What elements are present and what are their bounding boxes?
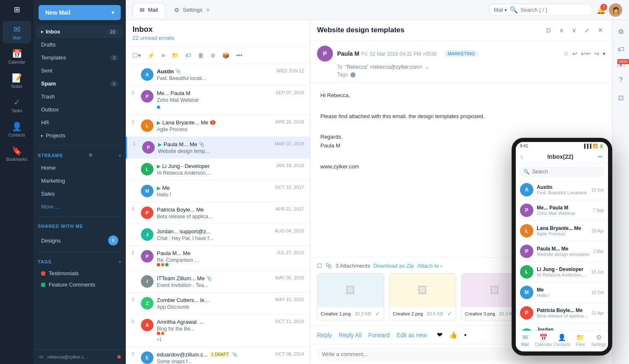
tab-settings[interactable]: ⚙ Settings ✕ [167,3,217,17]
email-list-item[interactable]: M ▶ Me Hello ! OCT 10, 2017 [126,181,310,202]
mobile-nav-settings[interactable]: ⚙ Settings [590,333,608,347]
email-list-item[interactable]: 3 L ▶ Lana Bryante... Me 1 Agile Process… [126,115,310,137]
email-list-item[interactable]: 3 P Patricia Boyle... Me Beta release of… [126,202,310,224]
add-stream-icon[interactable]: + [119,153,122,158]
email-list-item[interactable]: 3 Z Zombie Cutters... le... App Discount… [126,293,310,315]
sidebar-item-contacts[interactable]: 👤 Contacts [3,118,31,141]
add-emoji[interactable]: • [464,331,467,339]
tag-tool[interactable]: 🏷 [184,50,193,60]
edit-as-new-link[interactable]: Edit as new [397,332,427,338]
streams-settings-icon[interactable]: ⚙ [88,152,93,158]
expand-panel-icon[interactable]: ⊡ [616,91,626,104]
close-tab-icon[interactable]: ✕ [206,7,210,13]
stream-more[interactable]: More ... [37,200,122,213]
email-list-item[interactable]: 5 P Me... Paula M Zoho Mail Webinar SEP … [126,86,310,115]
checkbox-tool[interactable]: ☐▾ [131,50,143,60]
email-list-item[interactable]: 3 E eduardov@zillum.c... 1 DRAFT 📎 Some … [126,347,310,364]
account-info[interactable]: ≪ rebecca@zylker.c... [34,349,126,364]
mobile-email-item[interactable]: P Me... Paula M Zoho Mail Webinar 7 Sep [516,200,608,221]
sidebar-item-calendar[interactable]: 📅 Calendar [3,45,31,68]
reply-icon[interactable]: ↩ [572,50,577,57]
archive-tool[interactable]: 📦 [221,50,231,60]
settings-icon[interactable]: ⚙ [616,25,626,38]
nav-item-sent[interactable]: Sent [37,64,122,77]
expand-recipients-icon[interactable]: ⌄ [425,64,429,70]
grid-menu-icon[interactable]: ⊞ [14,5,20,14]
expand-icon[interactable]: ∨ [569,25,579,35]
nav-item-inbox[interactable]: ▸ Inbox 22 [37,25,122,38]
search-input[interactable] [520,7,587,13]
mobile-search-input[interactable] [532,169,600,175]
email-list-item[interactable]: A Austin 📎 Fwd: Beautiful locati... WED … [126,64,310,86]
mobile-email-item[interactable]: P Patricia Boyle... Me Beta release of a… [516,303,608,323]
nav-item-outbox[interactable]: Outbox [37,103,122,116]
stream-sales[interactable]: Sales [37,187,122,200]
bookmark-icon[interactable]: 🏷 [615,43,627,56]
nav-item-trash[interactable]: Trash [37,90,122,103]
reply-all-icon[interactable]: ↩↩ [581,50,591,57]
mobile-nav-contacts[interactable]: 👤 Contacts [553,333,571,347]
email-list-item[interactable]: L ▶ Li Jung - Developer Hi Rebecca Ander… [126,159,310,181]
nav-item-hr[interactable]: HR [37,116,122,129]
attach-to-link[interactable]: Attach to › [417,263,442,269]
stream-home[interactable]: Home [37,161,122,174]
add-tag-icon[interactable]: + [119,259,122,264]
mobile-email-item[interactable]: J Jordan... support@zylker Chat: Hey Pat… [516,323,608,330]
attachment-item[interactable]: 🖼 Creative 1.png 20.3 KB ✓ [317,273,384,320]
stream-marketing[interactable]: Marketing [37,174,122,187]
mobile-email-item[interactable]: A Austin Fwd: Beautiful Locations 12 Jun [516,180,608,200]
tag-icon[interactable]: ⬤ [350,72,356,77]
sidebar-item-notes[interactable]: 📝 Notes [3,70,31,92]
attachment-item[interactable]: 🖼 Creative 2.png 20.5 KB ✓ [389,273,456,320]
sort-tool[interactable]: ≡ [160,50,166,60]
mobile-email-item[interactable]: L Lana Bryante... Me Agile Process 26 Ap… [516,221,608,241]
search-scope[interactable]: Mail ▾ [494,7,507,13]
delete-tool[interactable]: 🗑 [196,50,205,60]
filter-tool[interactable]: ⚡ [146,50,156,60]
email-list-item[interactable]: 2 P Paula M... Me Re. Comparison ... JUL… [126,246,310,271]
more-icon[interactable]: ▾ [603,50,606,57]
notification-bell[interactable]: 🔔 2 [596,5,606,15]
checkbox-icon[interactable]: ☐ [317,263,322,269]
collapse-icon[interactable]: ≪ [39,354,44,360]
tag-testimonials[interactable]: Testimonials [37,268,122,279]
email-list-item[interactable]: 6 A Amritha Agrawal. ... Blog for the Be… [126,315,310,347]
close-icon[interactable]: ✕ [595,25,606,35]
thumbs-up-emoji[interactable]: 👍 [449,331,457,339]
nav-item-templates[interactable]: Templates 3 [37,51,122,64]
mobile-email-item[interactable]: M Me Hello ! 10 Oct [516,282,608,303]
user-avatar[interactable]: 👩 [609,3,622,17]
fullscreen-icon[interactable]: ⤢ [582,25,592,35]
email-list-item[interactable]: 1 P ▶ Paula M... Me 📎 Website design tem… [126,137,310,159]
nav-item-drafts[interactable]: Drafts [37,38,122,51]
heart-emoji[interactable]: ❤ [437,331,442,339]
mobile-nav-calendar[interactable]: 📅 Calendar [534,333,553,347]
collapse-icon[interactable]: ∧ [557,25,566,35]
shared-designs[interactable]: Designs R [37,232,122,249]
reply-all-link[interactable]: Reply All [339,332,361,338]
sidebar-item-mail[interactable]: ✉ Mail [3,21,31,44]
sidebar-item-tasks[interactable]: ✓ Tasks [3,94,31,116]
star-icon[interactable]: ☆ [564,50,569,57]
sidebar-item-bookmarks[interactable]: 🔖 Bookmarks [3,142,31,165]
tag-feature-comments[interactable]: Feature Comments [37,279,122,290]
email-list-item[interactable]: I ITTeam Zillum... Me 📎 Event Invitation… [126,271,310,293]
popout-icon[interactable]: ⊡ [543,25,554,35]
tab-mail[interactable]: ✉ Mail [133,3,165,17]
forward-icon[interactable]: ↪ [594,50,599,57]
mobile-compose-icon[interactable]: ✏ [598,153,603,160]
mobile-email-item[interactable]: L Li Jung - Developer Hi Rebecca Anderso… [516,262,608,282]
mobile-nav-files[interactable]: 📁 Files [571,333,590,347]
folder-tool[interactable]: 📁 [170,50,180,60]
email-list-item[interactable]: J Jordan... support@z... Chat : Hey Pat,… [126,224,310,246]
block-tool[interactable]: ⊘ [209,50,217,60]
forward-link[interactable]: Forward [368,332,390,338]
unread-count[interactable]: 22 unread emails [133,35,174,41]
reply-link[interactable]: Reply [317,332,332,338]
nav-item-projects[interactable]: ▸ Projects [37,129,122,142]
download-zip-link[interactable]: Download as Zip [373,263,414,269]
mobile-email-item[interactable]: P Paula M... Me Website design templates… [516,241,608,262]
help-icon[interactable]: ? [616,74,625,86]
new-mail-button[interactable]: New Mail ▾ [39,5,121,20]
mobile-nav-mail[interactable]: ✉ Mail [516,333,534,347]
